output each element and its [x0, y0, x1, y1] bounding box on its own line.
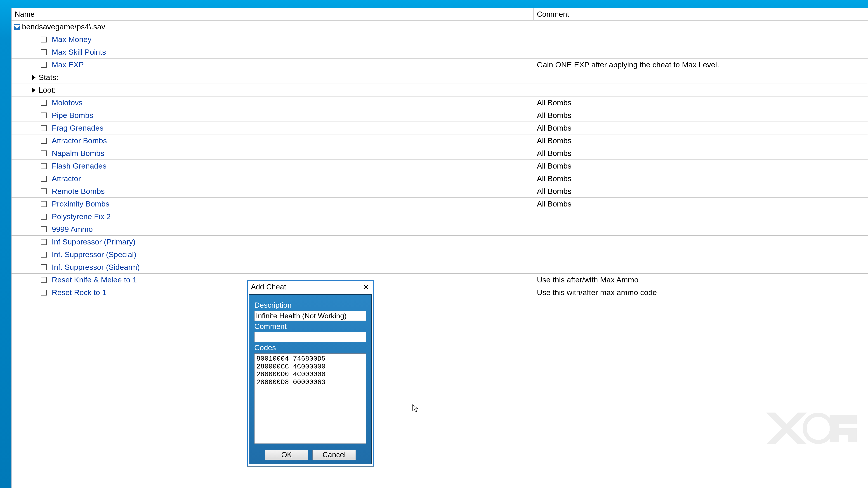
- table-row[interactable]: Proximity BombsAll Bombs: [11, 198, 868, 210]
- cheat-label[interactable]: Attractor: [52, 174, 81, 183]
- table-row[interactable]: Frag GrenadesAll Bombs: [11, 122, 868, 134]
- cheat-label[interactable]: Polystyrene Fix 2: [52, 212, 111, 221]
- cell-comment: [534, 215, 868, 219]
- ok-button[interactable]: OK: [265, 450, 308, 460]
- cell-name: Molotovs: [11, 96, 534, 109]
- cheat-checkbox[interactable]: [41, 201, 47, 207]
- cheat-checkbox[interactable]: [41, 100, 47, 106]
- table-row[interactable]: Flash GrenadesAll Bombs: [11, 160, 868, 172]
- add-cheat-dialog: Add Cheat ✕ Description Comment Codes OK…: [247, 280, 374, 466]
- cheat-checkbox[interactable]: [41, 188, 47, 194]
- cheat-checkbox[interactable]: [41, 151, 47, 156]
- comment-label: Comment: [254, 322, 366, 331]
- cheat-checkbox[interactable]: [41, 226, 47, 232]
- cheat-label[interactable]: Reset Knife & Melee to 1: [52, 275, 137, 284]
- cheat-label[interactable]: Flash Grenades: [52, 162, 106, 170]
- chevron-right-icon[interactable]: [32, 75, 35, 80]
- cheat-checkbox[interactable]: [41, 138, 47, 144]
- cell-comment: All Bombs: [534, 198, 868, 210]
- group-label: Stats:: [39, 73, 58, 82]
- cell-comment: All Bombs: [534, 109, 868, 122]
- cheat-label[interactable]: Molotovs: [52, 98, 83, 107]
- codes-label: Codes: [254, 344, 366, 352]
- cheat-label[interactable]: Max Skill Points: [52, 48, 106, 57]
- cheat-label[interactable]: Frag Grenades: [52, 124, 103, 132]
- cell-comment: All Bombs: [534, 147, 868, 160]
- cheat-checkbox[interactable]: [41, 290, 47, 295]
- dialog-buttons: OK Cancel: [254, 450, 366, 460]
- table-row[interactable]: 9999 Ammo: [11, 223, 868, 236]
- cheat-label[interactable]: Attractor Bombs: [52, 136, 107, 145]
- cell-comment: [534, 265, 868, 269]
- cancel-button[interactable]: Cancel: [312, 450, 356, 460]
- cheat-label[interactable]: Inf. Suppressor (Special): [52, 250, 136, 259]
- codes-textarea[interactable]: [254, 353, 366, 444]
- cell-comment: Use this with/after max ammo code: [534, 286, 868, 299]
- table-row[interactable]: Reset Rock to 1Use this with/after max a…: [11, 286, 868, 299]
- table-row[interactable]: Inf Suppressor (Primary): [11, 236, 868, 248]
- cheat-label[interactable]: 9999 Ammo: [52, 225, 93, 234]
- cheat-checkbox[interactable]: [41, 37, 47, 42]
- chevron-right-icon[interactable]: [32, 88, 35, 93]
- cell-name: Max EXP: [11, 59, 534, 71]
- table-row[interactable]: Polystyrene Fix 2: [11, 210, 868, 223]
- col-header-name[interactable]: Name: [11, 8, 534, 20]
- cheat-checkbox[interactable]: [41, 277, 47, 283]
- cell-name: Attractor: [11, 172, 534, 185]
- table-row[interactable]: Max EXPGain ONE EXP after applying the c…: [11, 59, 868, 71]
- cheat-checkbox[interactable]: [41, 239, 47, 245]
- cell-comment: All Bombs: [534, 134, 868, 147]
- comment-input[interactable]: [254, 332, 366, 342]
- cheat-label[interactable]: Inf Suppressor (Primary): [52, 237, 135, 246]
- dialog-body: Description Comment Codes OK Cancel: [249, 294, 372, 464]
- cell-name: Loot:: [11, 84, 534, 96]
- cheat-checkbox[interactable]: [41, 176, 47, 182]
- table-row[interactable]: MolotovsAll Bombs: [11, 96, 868, 109]
- cell-name: Napalm Bombs: [11, 147, 534, 160]
- table-row[interactable]: Attractor BombsAll Bombs: [11, 134, 868, 147]
- cheat-label[interactable]: Pipe Bombs: [52, 111, 93, 120]
- table-row[interactable]: Max Skill Points: [11, 46, 868, 59]
- table-row[interactable]: Reset Knife & Melee to 1Use this after/w…: [11, 273, 868, 286]
- cheat-checkbox[interactable]: [41, 163, 47, 169]
- table-row[interactable]: Napalm BombsAll Bombs: [11, 147, 868, 160]
- cell-comment: Gain ONE EXP after applying the cheat to…: [534, 59, 868, 71]
- cheat-checkbox[interactable]: [41, 112, 47, 119]
- dialog-titlebar[interactable]: Add Cheat ✕: [248, 281, 373, 293]
- table-header: Name Comment: [11, 8, 868, 21]
- table-row[interactable]: Max Money: [11, 33, 868, 46]
- table-row[interactable]: Inf. Suppressor (Special): [11, 248, 868, 261]
- root-row[interactable]: bendsavegame\ps4\.sav: [11, 21, 868, 33]
- cheat-checkbox[interactable]: [41, 252, 47, 258]
- cell-name: Max Skill Points: [11, 46, 534, 58]
- cell-name: Inf. Suppressor (Special): [11, 248, 534, 261]
- cheat-checkbox[interactable]: [41, 49, 47, 55]
- expand-icon[interactable]: [14, 24, 20, 30]
- col-header-comment[interactable]: Comment: [534, 8, 868, 20]
- cheat-label[interactable]: Max Money: [52, 35, 92, 44]
- tree-group[interactable]: Stats:: [11, 71, 868, 84]
- cheat-checkbox[interactable]: [41, 62, 47, 68]
- cell-name: Attractor Bombs: [11, 134, 534, 147]
- close-icon[interactable]: ✕: [360, 282, 372, 292]
- table-row[interactable]: Pipe BombsAll Bombs: [11, 109, 868, 122]
- cheat-label[interactable]: Max EXP: [52, 60, 84, 69]
- cell-name: Inf Suppressor (Primary): [11, 236, 534, 248]
- cheat-checkbox[interactable]: [41, 264, 47, 270]
- cheat-label[interactable]: Proximity Bombs: [52, 199, 110, 208]
- table-row[interactable]: Remote BombsAll Bombs: [11, 185, 868, 198]
- cell-name: Max Money: [11, 33, 534, 46]
- cheat-label[interactable]: Inf. Suppressor (Sidearm): [52, 263, 140, 271]
- cheat-label[interactable]: Remote Bombs: [52, 187, 105, 196]
- cheat-checkbox[interactable]: [41, 214, 47, 220]
- table-row[interactable]: AttractorAll Bombs: [11, 172, 868, 185]
- rows-host: Max MoneyMax Skill PointsMax EXPGain ONE…: [11, 33, 868, 299]
- root-label: bendsavegame\ps4\.sav: [22, 22, 105, 31]
- cell-comment: [534, 228, 868, 231]
- tree-group[interactable]: Loot:: [11, 84, 868, 96]
- table-row[interactable]: Inf. Suppressor (Sidearm): [11, 261, 868, 273]
- cheat-label[interactable]: Reset Rock to 1: [52, 288, 106, 297]
- cheat-checkbox[interactable]: [41, 125, 47, 131]
- cheat-label[interactable]: Napalm Bombs: [52, 149, 104, 158]
- description-input[interactable]: [254, 311, 366, 321]
